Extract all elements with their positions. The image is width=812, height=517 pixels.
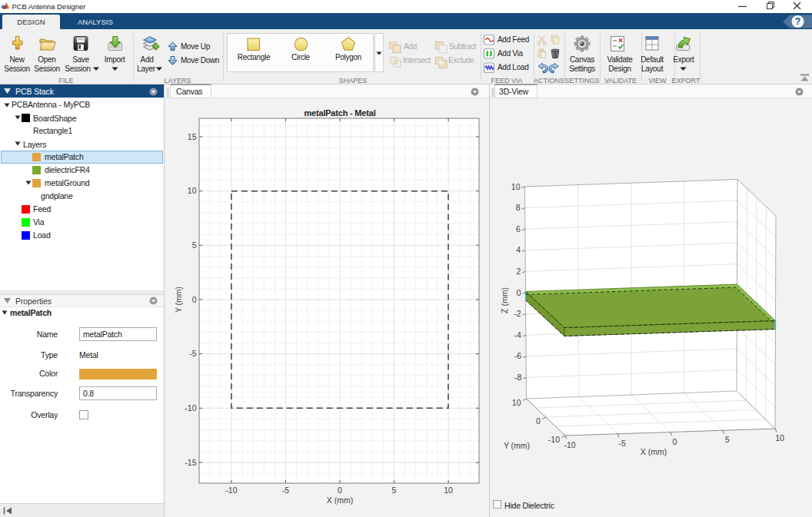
svg-text:-10: -10 [185, 403, 196, 413]
svg-text:-5: -5 [282, 486, 289, 495]
svg-text:5: 5 [725, 435, 730, 444]
svg-text:5: 5 [192, 240, 197, 250]
svg-text:6: 6 [516, 224, 521, 234]
svg-text:-10: -10 [564, 440, 575, 449]
svg-text:0: 0 [517, 288, 521, 297]
svg-text:X (mm): X (mm) [327, 495, 353, 505]
svg-text:X (mm): X (mm) [641, 447, 667, 456]
svg-text:-4: -4 [514, 330, 521, 340]
svg-text:metalPatch - Metal: metalPatch - Metal [304, 108, 376, 118]
svg-text:-8: -8 [514, 373, 521, 382]
svg-text:10: 10 [188, 186, 197, 195]
svg-text:10: 10 [444, 486, 453, 495]
svg-text:?: ? [795, 16, 800, 27]
svg-text:-5: -5 [619, 439, 626, 448]
svg-text:Y (mm): Y (mm) [504, 441, 530, 450]
svg-text:10: 10 [775, 433, 784, 442]
svg-text:10: 10 [512, 398, 521, 407]
svg-text:10: 10 [511, 182, 521, 191]
svg-text:Z (mm): Z (mm) [500, 287, 509, 313]
svg-text:-5: -5 [189, 349, 196, 358]
svg-text:8: 8 [516, 203, 521, 212]
svg-text:0: 0 [338, 486, 342, 495]
svg-text:Y (mm): Y (mm) [174, 287, 183, 313]
svg-text:2: 2 [516, 267, 521, 276]
svg-text:0: 0 [673, 437, 677, 446]
svg-text:4: 4 [516, 245, 521, 254]
svg-text:-15: -15 [185, 458, 196, 467]
svg-text:15: 15 [188, 132, 197, 141]
svg-text:0: 0 [192, 295, 197, 304]
svg-text:5: 5 [392, 486, 397, 495]
svg-text:0: 0 [536, 416, 541, 426]
svg-text:-10: -10 [225, 486, 237, 495]
svg-text:-10: -10 [548, 435, 560, 444]
svg-text:-6: -6 [514, 351, 521, 360]
svg-text:-2: -2 [514, 309, 521, 318]
